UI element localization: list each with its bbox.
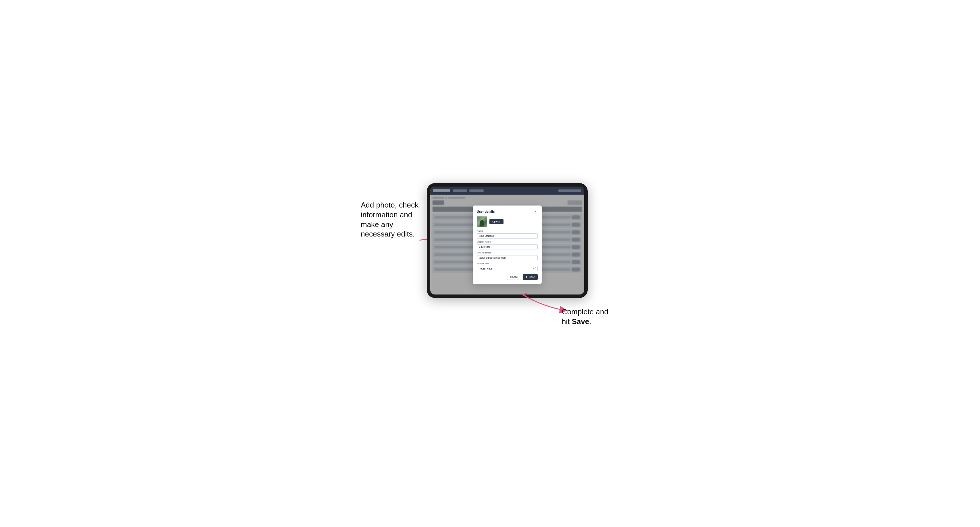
modal-close-button[interactable]: × (534, 210, 538, 214)
select-chevron-icon[interactable]: ⌃ (535, 267, 536, 270)
school-year-select-wrapper: × ⌃ (477, 265, 538, 271)
modal-title: User details (477, 210, 495, 213)
display-name-input[interactable] (477, 244, 538, 249)
annotation-left-text: Add photo, check information and make an… (361, 201, 418, 238)
user-details-modal: User details × Upload Name (473, 206, 542, 284)
name-field-group: Name (477, 230, 538, 238)
save-button[interactable]: ⬆ Save (523, 274, 538, 280)
school-year-label: School Year (477, 262, 538, 265)
annotation-right: Complete and hit Save. (562, 307, 619, 327)
annotation-right-line2: hit (562, 317, 572, 326)
annotation-left: Add photo, check information and make an… (361, 200, 427, 239)
tablet-screen: User details × Upload Name (430, 187, 584, 295)
app-nav-item-2 (469, 189, 484, 192)
email-field-group: Email address (477, 251, 538, 260)
annotation-right-bold: Save (572, 317, 589, 326)
user-photo-thumbnail (477, 216, 487, 227)
display-name-label: Display name (477, 241, 538, 243)
select-clear-icon[interactable]: × (533, 267, 534, 270)
email-label: Email address (477, 251, 538, 254)
scene: Add photo, check information and make an… (361, 178, 619, 349)
user-photo-image (477, 216, 487, 227)
photo-section: Upload (477, 216, 538, 227)
cancel-button[interactable]: Cancel (507, 274, 521, 280)
school-year-input[interactable] (477, 266, 538, 271)
app-nav-item (453, 189, 467, 192)
app-logo (433, 189, 450, 192)
name-label: Name (477, 230, 538, 232)
email-input[interactable] (477, 255, 538, 260)
modal-overlay: User details × Upload Name (430, 195, 584, 295)
upload-photo-button[interactable]: Upload (489, 219, 503, 224)
save-button-label: Save (529, 276, 535, 278)
annotation-right-period: . (589, 317, 591, 326)
school-year-field-group: School Year × ⌃ (477, 262, 538, 271)
display-name-field-group: Display name (477, 241, 538, 249)
save-icon: ⬆ (526, 276, 528, 278)
modal-footer: Cancel ⬆ Save (477, 274, 538, 280)
annotation-right-line1: Complete and (562, 307, 608, 316)
app-header (430, 187, 584, 195)
app-content: User details × Upload Name (430, 195, 584, 295)
app-header-right (558, 189, 581, 192)
select-icons: × ⌃ (533, 267, 536, 270)
modal-header: User details × (477, 210, 538, 214)
name-input[interactable] (477, 233, 538, 238)
